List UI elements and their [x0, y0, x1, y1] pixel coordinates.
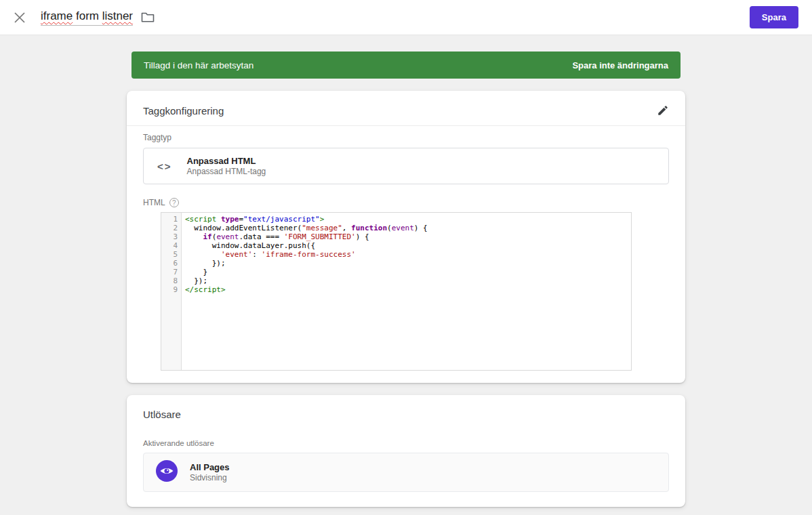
editor-code-pane[interactable]: <script type="text/javascript"> window.a… [182, 213, 428, 370]
tag-type-text: Anpassad HTML Anpassad HTML-tagg [187, 155, 266, 177]
main-content: Tillagd i den här arbetsytan Spara inte … [0, 35, 812, 507]
html-code-editor[interactable]: 123456789 <script type="text/javascript"… [161, 212, 632, 371]
discard-changes-button[interactable]: Spara inte ändringarna [572, 60, 668, 70]
pageview-trigger-icon [156, 460, 178, 485]
trigger-text: All Pages Sidvisning [190, 461, 230, 483]
custom-html-icon: <> [157, 161, 172, 172]
save-button[interactable]: Spara [750, 6, 798, 28]
trigger-type: Sidvisning [190, 473, 230, 483]
tag-type-description: Anpassad HTML-tagg [187, 167, 266, 177]
banner-message: Tillagd i den här arbetsytan [144, 60, 253, 70]
edit-pencil-icon[interactable] [657, 104, 669, 117]
tag-name-title[interactable]: iframe form listner [41, 9, 133, 26]
html-field-label-row: HTML ? [143, 198, 669, 207]
trigger-card-body: Utlösare Aktiverande utlösare All Pages … [127, 395, 685, 507]
tag-card-title: Taggkonfigurering [143, 105, 224, 117]
tag-card-body: Taggtyp <> Anpassad HTML Anpassad HTML-t… [127, 126, 685, 383]
firing-triggers-label: Aktiverande utlösare [143, 439, 669, 447]
tag-title-wrap: iframe form listner [41, 9, 155, 26]
close-icon[interactable] [14, 12, 26, 24]
topbar: iframe form listner Spara [0, 0, 812, 35]
html-field-label: HTML [143, 198, 165, 207]
help-icon[interactable]: ? [169, 198, 179, 207]
tag-card-header: Taggkonfigurering [127, 91, 685, 125]
tag-type-label: Taggtyp [143, 133, 669, 142]
workspace-banner: Tillagd i den här arbetsytan Spara inte … [131, 52, 681, 79]
trigger-card-title: Utlösare [143, 409, 669, 420]
trigger-card: Utlösare Aktiverande utlösare All Pages … [127, 395, 685, 507]
tag-configuration-card: Taggkonfigurering Taggtyp <> Anpassad HT… [127, 91, 685, 383]
trigger-name: All Pages [190, 461, 230, 473]
editor-line-numbers: 123456789 [161, 213, 182, 370]
trigger-row[interactable]: All Pages Sidvisning [143, 453, 669, 492]
tag-type-name: Anpassad HTML [187, 155, 266, 167]
folder-icon[interactable] [141, 12, 155, 23]
tag-type-selector[interactable]: <> Anpassad HTML Anpassad HTML-tagg [143, 148, 669, 184]
